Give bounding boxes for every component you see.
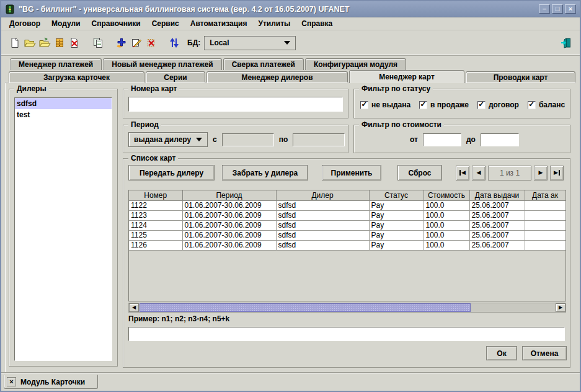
take-from-dealer-button[interactable]: Забрать у дилера (222, 165, 308, 180)
scrollbar-thumb[interactable] (140, 303, 471, 312)
column-header-dealer[interactable]: Дилер (276, 190, 369, 200)
add-button[interactable] (114, 35, 129, 50)
check-icon: ✓ (528, 100, 534, 108)
maximize-button[interactable]: □ (552, 4, 563, 14)
exit-button[interactable] (559, 35, 574, 50)
delete-document-button[interactable] (67, 35, 82, 50)
module-tab[interactable]: Сверка платежей (223, 58, 304, 70)
table-row[interactable]: 1126 01.06.2007-30.06.2009 sdfsd Pay 100… (129, 240, 565, 250)
delete-button[interactable] (144, 35, 159, 50)
right-arrow-icon: ▶ (539, 170, 543, 176)
table-body: 1122 01.06.2007-30.06.2009 sdfsd Pay 100… (129, 200, 565, 250)
period-to-input[interactable] (293, 133, 345, 146)
open-button[interactable] (22, 35, 37, 50)
cost-to-input[interactable] (481, 133, 519, 146)
ok-button[interactable]: Ок (486, 346, 517, 360)
card-tab[interactable]: Менеджер карт (349, 70, 464, 83)
column-header-period[interactable]: Период (182, 190, 276, 200)
dealer-list-item[interactable]: sdfsd (15, 98, 112, 109)
card-number-filter-input[interactable] (128, 327, 565, 341)
minimize-button[interactable]: – (539, 4, 550, 14)
column-header-number[interactable]: Номер (129, 190, 182, 200)
card-tab[interactable]: Проводки карт (466, 71, 575, 82)
cell-cost: 100.0 (424, 210, 469, 220)
cell-period: 01.06.2007-30.06.2009 (182, 210, 276, 220)
dealer-list-item[interactable]: test (15, 109, 112, 120)
table-row[interactable]: 1122 01.06.2007-30.06.2009 sdfsd Pay 100… (129, 200, 565, 210)
table-row[interactable]: 1125 01.06.2007-30.06.2009 sdfsd Pay 100… (129, 230, 565, 240)
checkbox-icon: ✓ (477, 101, 486, 109)
card-numbers-input[interactable] (128, 97, 343, 112)
menu-item[interactable]: Справка (296, 18, 338, 29)
load-cards-button[interactable] (37, 35, 52, 50)
status-filter-group: Фильтр по статусу ✓ не выдана ✓ в продаж… (353, 89, 570, 118)
card-tab[interactable]: Серии (146, 71, 205, 82)
close-button[interactable]: × (565, 4, 576, 14)
menu-item[interactable]: Справочники (86, 18, 146, 29)
checkbox-label: договор (489, 100, 519, 109)
column-header-cost[interactable]: Стоимость (424, 190, 469, 200)
cell-issue-date: 25.06.2007 (469, 200, 525, 210)
status-checkbox[interactable]: ✓ не выдана (360, 100, 410, 109)
cell-number: 1124 (129, 220, 182, 230)
menu-item[interactable]: Сервис (146, 18, 185, 29)
period-from-input[interactable] (222, 133, 274, 146)
menu-item[interactable]: Договор (4, 18, 46, 29)
cell-issue-date: 25.06.2007 (469, 210, 525, 220)
delete-document-icon (69, 37, 80, 48)
card-numbers-group-title: Номера карт (128, 84, 179, 93)
first-page-button[interactable]: ◀ (456, 166, 469, 180)
status-checkbox-row: ✓ не выдана ✓ в продаже ✓ договор ✓ (360, 99, 567, 110)
table-row[interactable]: 1124 01.06.2007-30.06.2009 sdfsd Pay 100… (129, 220, 565, 230)
last-page-button[interactable]: ▶ (550, 166, 564, 180)
cost-filter-group: Фильтр по стоимости от до (353, 125, 570, 153)
status-checkbox[interactable]: ✓ договор (477, 100, 519, 109)
next-page-button[interactable]: ▶ (534, 166, 548, 180)
card-tab[interactable]: Менеджер дилеров (206, 71, 348, 82)
new-document-button[interactable] (7, 35, 22, 50)
dealers-list[interactable]: sdfsdtest (14, 97, 112, 361)
refresh-button[interactable] (167, 35, 182, 50)
menu-bar: ДоговорМодулиСправочникиСервисАвтоматиза… (1, 17, 580, 30)
toolbar-separator (105, 43, 114, 43)
close-module-button[interactable]: × (7, 377, 16, 386)
cancel-button[interactable]: Отмена (522, 346, 567, 360)
edit-button[interactable] (129, 35, 144, 50)
archive-button[interactable] (52, 35, 67, 50)
horizontal-scrollbar[interactable]: ◀ ▶ (128, 303, 566, 313)
period-mode-value: выдана дилеру (134, 135, 191, 144)
menu-item[interactable]: Утилиты (252, 18, 296, 29)
period-mode-select[interactable]: выдана дилеру (128, 132, 208, 147)
db-select[interactable]: Local (204, 36, 296, 50)
give-to-dealer-button[interactable]: Передать дилеру (128, 165, 215, 180)
menu-item[interactable]: Модули (46, 18, 86, 29)
prev-page-button[interactable]: ◀ (472, 166, 486, 180)
cell-dealer: sdfsd (276, 210, 369, 220)
scroll-left-button[interactable]: ◀ (129, 303, 139, 312)
app-icon (5, 4, 15, 14)
module-tab[interactable]: Менеджер платежей (10, 58, 102, 70)
copy-button[interactable] (91, 35, 105, 50)
column-header-activation-date[interactable]: Дата ак (525, 190, 565, 200)
column-header-issue-date[interactable]: Дата выдачи (469, 190, 525, 200)
card-tab[interactable]: Загрузка карточек (9, 71, 144, 82)
card-numbers-group: Номера карт (123, 89, 348, 118)
tab-module-cards[interactable]: × Модуль Карточки (4, 375, 98, 389)
module-tab[interactable]: Конфигурация модуля (305, 58, 406, 70)
exit-icon (561, 37, 572, 48)
column-header-status[interactable]: Статус (369, 190, 424, 200)
status-checkbox[interactable]: ✓ в продаже (419, 100, 469, 109)
new-document-icon (9, 37, 20, 48)
db-label: БД: (187, 38, 200, 47)
status-checkbox[interactable]: ✓ баланс (528, 100, 565, 109)
cell-cost: 100.0 (424, 230, 469, 240)
cost-from-input[interactable] (423, 133, 461, 146)
scroll-right-button[interactable]: ▶ (556, 303, 565, 312)
module-tab[interactable]: Новый менеджер платежей (103, 58, 221, 70)
scrollbar-track[interactable] (139, 303, 556, 312)
reset-button[interactable]: Сброс (397, 165, 442, 180)
menu-item[interactable]: Автоматизация (185, 18, 253, 29)
apply-button[interactable]: Применить (322, 165, 381, 180)
cell-period: 01.06.2007-30.06.2009 (182, 220, 276, 230)
table-row[interactable]: 1123 01.06.2007-30.06.2009 sdfsd Pay 100… (129, 210, 565, 220)
